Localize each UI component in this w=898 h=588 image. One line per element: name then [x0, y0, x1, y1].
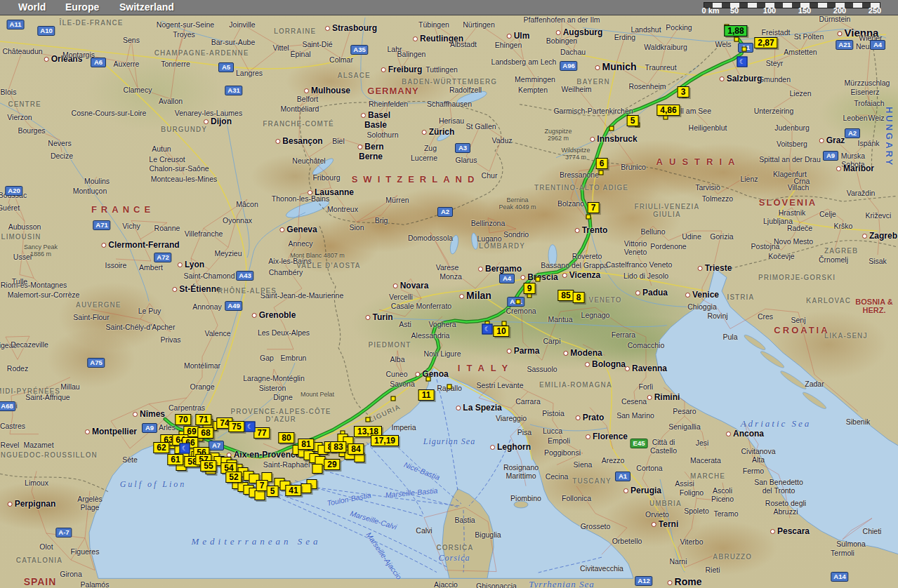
route-marker[interactable]: 5 [267, 486, 279, 497]
city-label: Ambert [139, 263, 163, 272]
city-label: Trento [575, 225, 608, 235]
road-badge: A75 [87, 358, 105, 368]
route-waypoint-dot [734, 37, 739, 42]
route-marker[interactable]: 5 [627, 115, 639, 126]
route-marker[interactable]: 52 [225, 472, 242, 483]
city-label: Turin [365, 312, 392, 322]
overnight-marker[interactable]: ☾ [245, 422, 256, 432]
city-label: Sulmona [836, 540, 865, 548]
route-marker-stacked[interactable] [301, 483, 312, 493]
route-marker-stacked[interactable] [312, 464, 323, 474]
city-label: Sestri Levante [476, 381, 523, 389]
route-marker[interactable]: 75 [228, 421, 244, 432]
city-label: St-Étienne [172, 284, 220, 294]
nav-item-europe[interactable]: Europe [65, 1, 99, 13]
city-label: Nîmes [133, 409, 165, 419]
city-label: Termoli [831, 549, 854, 557]
city-label: Chieti [863, 527, 882, 535]
city-label: Decize [51, 152, 73, 160]
city-label: Besançon [275, 136, 322, 146]
map-canvas[interactable]: ChâteaudunOrléansNogent-sur-SeineJoinvil… [0, 15, 898, 588]
city-label: Pula [722, 333, 737, 341]
city-label: St Pölten [794, 32, 824, 41]
nav-item-switzerland[interactable]: Switzerland [119, 1, 174, 13]
city-label: Mürren [385, 196, 409, 204]
city-dot [635, 290, 640, 295]
route-marker[interactable]: 8 [573, 292, 585, 303]
region-label: FRANCHE-COMTÉ [263, 120, 334, 128]
overnight-marker[interactable]: ☾ [737, 57, 748, 67]
route-marker[interactable]: 3 [678, 86, 689, 98]
city-label: Teramo [713, 509, 738, 518]
city-dot [275, 139, 280, 144]
region-label: KARLOVAC [806, 297, 851, 305]
city-label: Poggibonsi [544, 448, 581, 457]
city-label: Revel [1, 441, 20, 449]
city-label: Meyzieu [214, 249, 242, 258]
route-marker[interactable]: 29 [324, 459, 340, 470]
city-dot [8, 502, 13, 507]
route-marker[interactable]: 84 [348, 443, 364, 455]
route-marker[interactable]: 10 [493, 326, 509, 337]
region-label: LIKA-SENJ [824, 332, 868, 340]
city-label: Zagreb [862, 231, 897, 241]
route-marker[interactable]: 81 [298, 439, 314, 450]
city-label: Mürzzuschlag [845, 79, 890, 87]
route-marker[interactable]: 4,86 [656, 105, 680, 116]
route-marker[interactable]: 11 [418, 389, 435, 401]
city-label: Trieste [698, 263, 732, 273]
city-dot [720, 76, 725, 81]
region-label: MIDI-PYRÉNÉES [0, 387, 60, 395]
overnight-marker[interactable]: ☾ [482, 324, 493, 335]
route-marker[interactable]: 83 [330, 441, 346, 453]
route-marker[interactable]: 85 [557, 290, 574, 301]
route-marker[interactable]: 9 [524, 283, 536, 294]
city-label: Biguglia [475, 530, 501, 539]
route-start-marker[interactable]: 1,88 [724, 25, 747, 36]
peak-label: Wildspitze3774 m [561, 147, 590, 161]
route-marker[interactable]: 7 [588, 202, 600, 213]
route-marker[interactable]: 17,19 [371, 435, 399, 446]
route-marker-stacked[interactable] [255, 490, 265, 500]
city-label: Figueres [71, 547, 100, 556]
nav-item-world[interactable]: World [18, 1, 46, 13]
route-marker[interactable]: 2,87 [754, 37, 777, 48]
route-marker[interactable]: 71 [195, 414, 211, 425]
city-label: Montreux [327, 205, 358, 213]
route-marker[interactable]: 77 [253, 427, 270, 439]
route-marker[interactable]: 80 [278, 432, 294, 443]
city-label: Bologna [585, 359, 626, 369]
city-label: Rosenheim [628, 82, 666, 91]
city-label: Tolmezzo [702, 194, 733, 203]
city-label: Empoli [548, 436, 570, 445]
city-label: Tarvisio [695, 183, 720, 192]
city-label: Pesaro [673, 407, 696, 415]
city-label: Celje [819, 210, 836, 218]
route-marker[interactable]: 55 [200, 460, 216, 472]
route-marker[interactable]: 6 [596, 158, 608, 169]
city-label: Aix-en-Provence [227, 450, 301, 460]
city-label: Bergamo [478, 264, 522, 274]
road-badge: A68 [0, 401, 16, 411]
city-label: Milan [459, 290, 491, 301]
route-marker[interactable]: 70 [175, 414, 191, 425]
city-label: Montluçon [73, 187, 107, 195]
route-marker[interactable]: 68 [197, 427, 213, 439]
city-label: Bobingen [546, 36, 577, 45]
overnight-marker[interactable]: ☾ [180, 443, 190, 454]
country-label: ITALY [458, 363, 514, 373]
city-label: Ancona [726, 429, 764, 439]
city-label: Albstadt [450, 40, 477, 48]
city-label: Maribor [836, 163, 874, 173]
peak-label: BerninaPeak 4049 m [498, 196, 536, 211]
city-label: Innsbruck [590, 134, 637, 144]
city-label: Vicenza [562, 270, 600, 280]
route-marker[interactable]: 61 [167, 454, 183, 465]
city-dot [520, 275, 525, 280]
road-badge: E45 [630, 439, 648, 448]
city-dot [507, 34, 512, 39]
route-marker[interactable]: 62 [153, 442, 169, 453]
city-label: Lido di Jesolo [623, 272, 668, 280]
city-dot [685, 293, 690, 298]
route-marker[interactable]: 41 [285, 485, 301, 496]
